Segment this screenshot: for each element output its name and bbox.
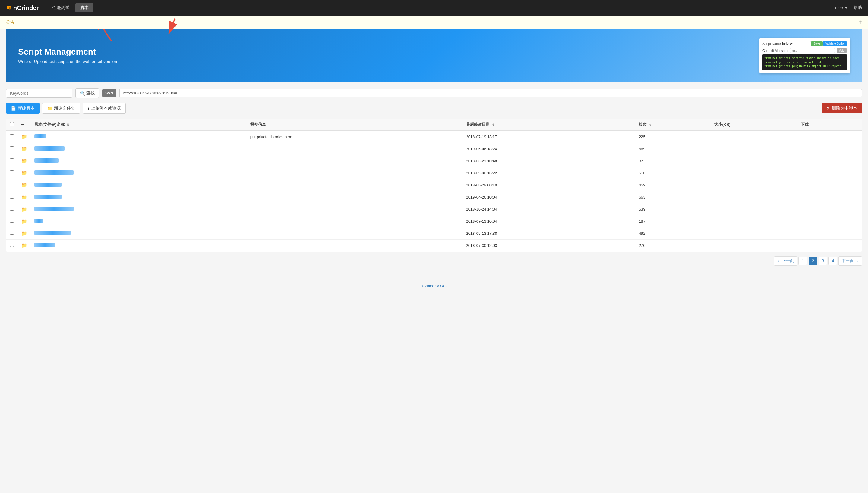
search-input[interactable] [6, 89, 72, 98]
folder-icon: 📁 [21, 158, 27, 164]
file-link-7[interactable] [35, 219, 43, 223]
col-date-header: 最后修改日期 ⇅ [462, 119, 635, 131]
col-icon-header: ↩ [18, 119, 31, 131]
file-name-cell[interactable] [31, 191, 247, 203]
row-checkbox-3[interactable] [10, 170, 14, 174]
file-name-cell[interactable] [31, 179, 247, 191]
row-checkbox-5[interactable] [10, 195, 14, 198]
rev-cell: 459 [635, 179, 711, 191]
banner-preview: Script Name Save Validate Script Commit … [759, 38, 850, 73]
download-cell [797, 215, 862, 227]
file-name-cell[interactable] [31, 155, 247, 167]
file-link-2[interactable] [35, 158, 59, 163]
search-btn-label: 查找 [86, 90, 95, 96]
preview-commit-input[interactable] [790, 48, 835, 53]
page-1-button[interactable]: 1 [798, 257, 807, 265]
pagination: ← 上一页 1 2 3 4 下一页 → [6, 256, 862, 265]
date-sort-icon[interactable]: ⇅ [492, 123, 494, 126]
delete-label: 删除选中脚本 [832, 106, 857, 111]
download-cell [797, 155, 862, 167]
prev-page-button[interactable]: ← 上一页 [774, 256, 797, 265]
date-cell: 2018-09-13 17:38 [462, 227, 635, 239]
size-cell [711, 227, 797, 239]
row-checkbox-4[interactable] [10, 183, 14, 187]
folder-icon: 📁 [21, 219, 27, 224]
file-link-8[interactable] [35, 231, 71, 235]
date-cell: 2018-07-13 10:04 [462, 215, 635, 227]
file-link-4[interactable] [35, 183, 62, 187]
file-name-cell[interactable] [31, 239, 247, 251]
row-checkbox-1[interactable] [10, 146, 14, 150]
nav-item-script[interactable]: 脚本 [75, 3, 93, 13]
file-name-cell[interactable] [31, 227, 247, 239]
size-cell [711, 179, 797, 191]
file-name-cell[interactable] [31, 131, 247, 143]
file-link-5[interactable] [35, 195, 62, 199]
rev-sort-icon[interactable]: ⇅ [649, 123, 651, 126]
page-3-button[interactable]: 3 [819, 257, 827, 265]
file-name-cell[interactable] [31, 215, 247, 227]
col-date-label: 最后修改日期 [466, 122, 489, 127]
table-row: 📁2018-10-24 14:34539 [6, 203, 862, 215]
commit-message-cell [247, 227, 463, 239]
new-script-button[interactable]: 📄 新建脚本 [6, 103, 40, 114]
name-sort-icon[interactable]: ⇅ [67, 123, 69, 126]
next-page-button[interactable]: 下一页 → [839, 256, 862, 265]
new-folder-button[interactable]: 📁 新建文件夹 [42, 103, 80, 114]
commit-message-cell [247, 239, 463, 251]
size-cell [711, 203, 797, 215]
file-link-1[interactable] [35, 146, 65, 151]
preview-add-button[interactable]: Add [837, 48, 847, 53]
preview-save-button[interactable]: Save [811, 41, 823, 46]
brand[interactable]: ≋ nGrinder [6, 4, 39, 12]
folder-icon: 📁 [21, 146, 27, 151]
row-checkbox-2[interactable] [10, 158, 14, 162]
folder-icon-cell: 📁 [18, 215, 31, 227]
file-link-3[interactable] [35, 170, 73, 175]
delete-button[interactable]: ✕ 删除选中脚本 [822, 103, 862, 113]
upload-label: 上传脚本或资源 [91, 106, 120, 111]
col-commit-header: 提交信息 [247, 119, 463, 131]
search-button[interactable]: 🔍 查找 [75, 88, 99, 98]
row-checkbox-6[interactable] [10, 207, 14, 211]
back-icon[interactable]: ↩ [21, 122, 24, 127]
user-menu[interactable]: user [835, 5, 847, 10]
banner-subtitle: Write or Upload test scripts on the web … [18, 59, 117, 64]
svn-url: http://10.0.2.247:8089/svn/user [119, 89, 862, 98]
logo-text: nGrinder [13, 4, 39, 12]
select-all-checkbox[interactable] [10, 122, 14, 126]
upload-icon: ℹ [88, 106, 89, 111]
rev-cell: 539 [635, 203, 711, 215]
table-row: 📁2018-09-30 16:22510 [6, 167, 862, 179]
file-name-cell[interactable] [31, 167, 247, 179]
folder-icon-cell: 📁 [18, 203, 31, 215]
rev-cell: 270 [635, 239, 711, 251]
download-cell [797, 143, 862, 155]
preview-validate-button[interactable]: Validate Script [823, 41, 847, 46]
file-link-0[interactable] [35, 134, 46, 138]
size-cell [711, 155, 797, 167]
rev-cell: 669 [635, 143, 711, 155]
help-link[interactable]: 帮助 [853, 5, 862, 10]
preview-script-name-input[interactable] [781, 41, 811, 46]
row-checkbox-0[interactable] [10, 134, 14, 138]
folder-icon: 📁 [21, 134, 27, 140]
page-4-button[interactable]: 4 [828, 257, 837, 265]
file-link-9[interactable] [35, 243, 55, 247]
upload-button[interactable]: ℹ 上传脚本或资源 [83, 103, 126, 114]
add-notice-button[interactable]: + [858, 19, 862, 26]
preview-commit-field: Commit Message Add [762, 48, 847, 53]
file-name-cell[interactable] [31, 143, 247, 155]
folder-icon: 📁 [21, 207, 27, 212]
file-link-6[interactable] [35, 207, 73, 211]
nav-item-performance[interactable]: 性能测试 [48, 3, 74, 13]
row-checkbox-9[interactable] [10, 243, 14, 247]
folder-icon-cell: 📁 [18, 179, 31, 191]
row-checkbox-7[interactable] [10, 219, 14, 223]
page-2-button[interactable]: 2 [808, 257, 817, 265]
file-name-cell[interactable] [31, 203, 247, 215]
row-checkbox-8[interactable] [10, 231, 14, 235]
download-cell [797, 227, 862, 239]
new-folder-label: 新建文件夹 [54, 106, 75, 111]
rev-cell: 87 [635, 155, 711, 167]
